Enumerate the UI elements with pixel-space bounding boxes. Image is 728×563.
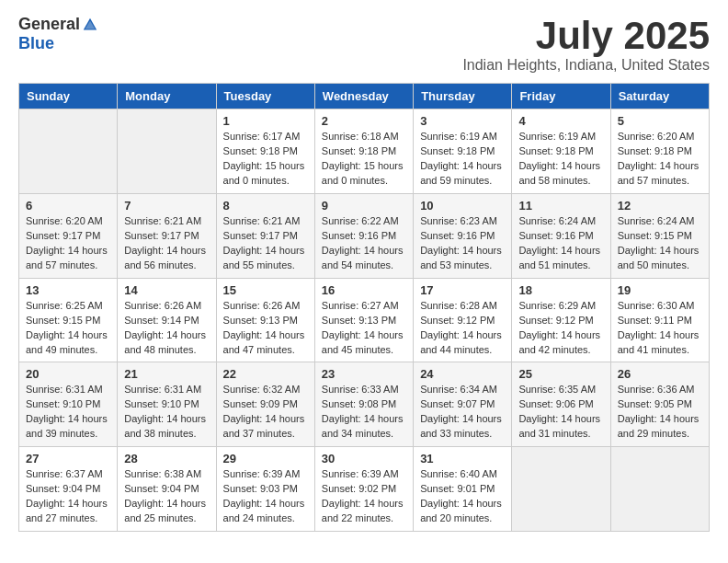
day-info: Sunrise: 6:40 AMSunset: 9:01 PMDaylight:…	[420, 467, 505, 526]
table-row: 16 Sunrise: 6:27 AMSunset: 9:13 PMDaylig…	[314, 278, 413, 362]
day-number: 20	[26, 367, 110, 381]
day-number: 18	[518, 283, 603, 297]
table-row	[610, 447, 709, 532]
day-info: Sunrise: 6:32 AMSunset: 9:09 PMDaylight:…	[223, 383, 308, 442]
day-info: Sunrise: 6:17 AMSunset: 9:18 PMDaylight:…	[223, 130, 308, 189]
day-number: 24	[420, 367, 505, 381]
calendar-week-row: 20 Sunrise: 6:31 AMSunset: 9:10 PMDaylig…	[19, 362, 710, 447]
day-info: Sunrise: 6:31 AMSunset: 9:10 PMDaylight:…	[124, 383, 209, 442]
day-number: 25	[518, 367, 603, 381]
table-row: 27 Sunrise: 6:37 AMSunset: 9:04 PMDaylig…	[19, 447, 118, 532]
day-number: 26	[618, 367, 702, 381]
day-number: 31	[420, 452, 505, 465]
table-row: 6 Sunrise: 6:20 AMSunset: 9:17 PMDayligh…	[19, 193, 118, 278]
day-info: Sunrise: 6:25 AMSunset: 9:15 PMDaylight:…	[26, 299, 110, 358]
day-info: Sunrise: 6:28 AMSunset: 9:12 PMDaylight:…	[420, 299, 505, 358]
day-info: Sunrise: 6:19 AMSunset: 9:18 PMDaylight:…	[518, 130, 603, 189]
day-info: Sunrise: 6:20 AMSunset: 9:18 PMDaylight:…	[618, 130, 702, 189]
calendar-header-row: Sunday Monday Tuesday Wednesday Thursday…	[19, 84, 710, 109]
day-info: Sunrise: 6:24 AMSunset: 9:15 PMDaylight:…	[618, 214, 702, 273]
day-info: Sunrise: 6:20 AMSunset: 9:17 PMDaylight:…	[26, 214, 110, 273]
table-row: 29 Sunrise: 6:39 AMSunset: 9:03 PMDaylig…	[216, 447, 314, 532]
day-info: Sunrise: 6:30 AMSunset: 9:11 PMDaylight:…	[618, 299, 702, 358]
table-row: 10 Sunrise: 6:23 AMSunset: 9:16 PMDaylig…	[414, 193, 512, 278]
day-number: 11	[518, 199, 603, 213]
table-row: 13 Sunrise: 6:25 AMSunset: 9:15 PMDaylig…	[19, 278, 118, 362]
table-row: 19 Sunrise: 6:30 AMSunset: 9:11 PMDaylig…	[610, 278, 709, 362]
calendar-week-row: 6 Sunrise: 6:20 AMSunset: 9:17 PMDayligh…	[19, 193, 710, 278]
table-row: 24 Sunrise: 6:34 AMSunset: 9:07 PMDaylig…	[414, 362, 512, 447]
table-row: 9 Sunrise: 6:22 AMSunset: 9:16 PMDayligh…	[314, 193, 413, 278]
table-row: 5 Sunrise: 6:20 AMSunset: 9:18 PMDayligh…	[610, 109, 709, 194]
day-number: 15	[223, 283, 308, 297]
table-row: 11 Sunrise: 6:24 AMSunset: 9:16 PMDaylig…	[512, 193, 610, 278]
table-row: 17 Sunrise: 6:28 AMSunset: 9:12 PMDaylig…	[414, 278, 512, 362]
table-row: 8 Sunrise: 6:21 AMSunset: 9:17 PMDayligh…	[216, 193, 314, 278]
day-number: 1	[223, 114, 308, 128]
day-number: 22	[223, 367, 308, 381]
table-row: 12 Sunrise: 6:24 AMSunset: 9:15 PMDaylig…	[610, 193, 709, 278]
day-info: Sunrise: 6:22 AMSunset: 9:16 PMDaylight:…	[322, 214, 406, 273]
day-number: 10	[420, 199, 505, 213]
title-section: July 2025 Indian Heights, Indiana, Unite…	[462, 15, 710, 74]
table-row: 15 Sunrise: 6:26 AMSunset: 9:13 PMDaylig…	[216, 278, 314, 362]
logo: General Blue	[18, 15, 98, 53]
col-tuesday: Tuesday	[216, 84, 314, 109]
day-number: 8	[223, 199, 308, 213]
day-number: 19	[618, 283, 702, 297]
day-info: Sunrise: 6:39 AMSunset: 9:03 PMDaylight:…	[223, 467, 308, 526]
day-number: 28	[124, 452, 209, 465]
logo-blue-text: Blue	[18, 34, 54, 52]
table-row: 2 Sunrise: 6:18 AMSunset: 9:18 PMDayligh…	[314, 109, 413, 194]
day-info: Sunrise: 6:38 AMSunset: 9:04 PMDaylight:…	[124, 467, 209, 526]
day-info: Sunrise: 6:26 AMSunset: 9:14 PMDaylight:…	[124, 299, 209, 358]
day-number: 7	[124, 199, 209, 213]
day-number: 21	[124, 367, 209, 381]
day-info: Sunrise: 6:21 AMSunset: 9:17 PMDaylight:…	[124, 214, 209, 273]
calendar-week-row: 13 Sunrise: 6:25 AMSunset: 9:15 PMDaylig…	[19, 278, 710, 362]
day-info: Sunrise: 6:34 AMSunset: 9:07 PMDaylight:…	[420, 383, 505, 442]
day-info: Sunrise: 6:36 AMSunset: 9:05 PMDaylight:…	[618, 383, 702, 442]
day-number: 13	[26, 283, 110, 297]
day-info: Sunrise: 6:35 AMSunset: 9:06 PMDaylight:…	[518, 383, 603, 442]
col-saturday: Saturday	[610, 84, 709, 109]
day-number: 16	[322, 283, 406, 297]
col-monday: Monday	[118, 84, 216, 109]
logo-icon	[82, 17, 98, 33]
table-row: 26 Sunrise: 6:36 AMSunset: 9:05 PMDaylig…	[610, 362, 709, 447]
table-row: 4 Sunrise: 6:19 AMSunset: 9:18 PMDayligh…	[512, 109, 610, 194]
day-info: Sunrise: 6:33 AMSunset: 9:08 PMDaylight:…	[322, 383, 406, 442]
table-row: 1 Sunrise: 6:17 AMSunset: 9:18 PMDayligh…	[216, 109, 314, 194]
table-row: 21 Sunrise: 6:31 AMSunset: 9:10 PMDaylig…	[118, 362, 216, 447]
day-number: 5	[618, 114, 702, 128]
logo-general-text: General	[18, 15, 80, 34]
day-info: Sunrise: 6:37 AMSunset: 9:04 PMDaylight:…	[26, 467, 110, 526]
day-info: Sunrise: 6:21 AMSunset: 9:17 PMDaylight:…	[223, 214, 308, 273]
calendar-table: Sunday Monday Tuesday Wednesday Thursday…	[18, 83, 710, 532]
table-row: 25 Sunrise: 6:35 AMSunset: 9:06 PMDaylig…	[512, 362, 610, 447]
day-number: 4	[518, 114, 603, 128]
day-info: Sunrise: 6:26 AMSunset: 9:13 PMDaylight:…	[223, 299, 308, 358]
day-number: 6	[26, 199, 110, 213]
day-info: Sunrise: 6:39 AMSunset: 9:02 PMDaylight:…	[322, 467, 406, 526]
day-number: 30	[322, 452, 406, 465]
day-info: Sunrise: 6:18 AMSunset: 9:18 PMDaylight:…	[322, 130, 406, 189]
day-number: 17	[420, 283, 505, 297]
day-number: 29	[223, 452, 308, 465]
table-row: 31 Sunrise: 6:40 AMSunset: 9:01 PMDaylig…	[414, 447, 512, 532]
table-row: 22 Sunrise: 6:32 AMSunset: 9:09 PMDaylig…	[216, 362, 314, 447]
table-row	[19, 109, 118, 194]
table-row: 7 Sunrise: 6:21 AMSunset: 9:17 PMDayligh…	[118, 193, 216, 278]
col-friday: Friday	[512, 84, 610, 109]
day-number: 27	[26, 452, 110, 465]
day-number: 23	[322, 367, 406, 381]
table-row: 3 Sunrise: 6:19 AMSunset: 9:18 PMDayligh…	[414, 109, 512, 194]
day-info: Sunrise: 6:24 AMSunset: 9:16 PMDaylight:…	[518, 214, 603, 273]
day-info: Sunrise: 6:29 AMSunset: 9:12 PMDaylight:…	[518, 299, 603, 358]
month-title: July 2025	[462, 15, 710, 57]
col-sunday: Sunday	[19, 84, 118, 109]
day-number: 2	[322, 114, 406, 128]
calendar-week-row: 27 Sunrise: 6:37 AMSunset: 9:04 PMDaylig…	[19, 447, 710, 532]
table-row: 28 Sunrise: 6:38 AMSunset: 9:04 PMDaylig…	[118, 447, 216, 532]
day-number: 3	[420, 114, 505, 128]
